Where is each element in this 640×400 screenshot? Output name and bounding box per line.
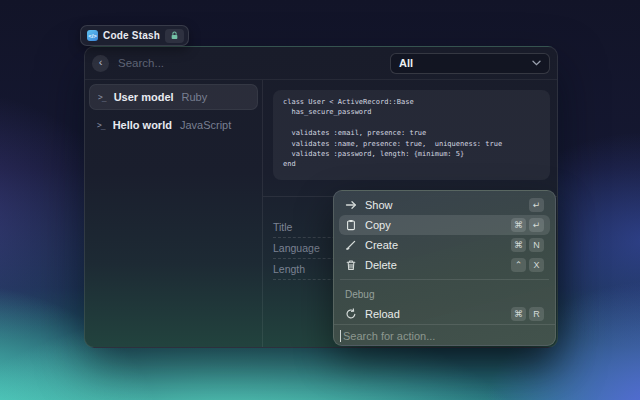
code-preview: class User < ActiveRecord::Base has_secu… — [273, 90, 550, 180]
action-search-input[interactable] — [343, 330, 549, 342]
metadata-label: Title — [273, 221, 292, 233]
menu-item-create[interactable]: Create ⌘ N — [339, 235, 550, 255]
filter-dropdown[interactable]: All — [390, 53, 550, 74]
action-search-row — [334, 324, 555, 346]
shortcut-keys: ⌘ ↵ — [511, 218, 544, 232]
action-menu: Show ↵ Copy ⌘ ↵ Create ⌘ N — [333, 190, 556, 346]
lock-icon — [170, 31, 179, 40]
key-cmd: ⌘ — [511, 307, 526, 321]
search-input[interactable] — [118, 57, 382, 69]
snippet-title: Hello world — [113, 119, 172, 131]
list-item-user-model[interactable]: >_ User model Ruby — [89, 84, 258, 110]
window-header: ‹ All — [85, 47, 557, 80]
shortcut-keys: ↵ — [529, 198, 544, 212]
metadata-label: Length — [273, 263, 305, 275]
menu-item-delete[interactable]: Delete ⌃ X — [339, 255, 550, 275]
key-r: R — [529, 307, 544, 321]
key-return: ↵ — [529, 218, 544, 232]
snippet-title: User model — [114, 91, 174, 103]
shortcut-keys: ⌘ N — [511, 238, 544, 252]
key-cmd: ⌘ — [511, 238, 526, 252]
window-tab[interactable]: </> Code Stash — [80, 25, 189, 46]
key-x: X — [529, 258, 544, 272]
menu-item-reload[interactable]: Reload ⌘ R — [339, 304, 550, 324]
back-button[interactable]: ‹ — [92, 55, 109, 72]
list-item-hello-world[interactable]: >_ Hello world JavaScript — [89, 112, 258, 138]
menu-item-label: Create — [365, 239, 398, 251]
filter-selected-value: All — [399, 57, 413, 69]
menu-item-label: Copy — [365, 219, 391, 231]
app-icon: </> — [87, 30, 98, 41]
code-line: end — [283, 159, 540, 169]
arrow-right-icon — [345, 199, 357, 211]
pencil-icon — [345, 239, 357, 251]
code-line: validates :name, presence: true, uniquen… — [283, 139, 540, 149]
chevron-left-icon: ‹ — [99, 57, 103, 68]
snippet-language: Ruby — [182, 91, 208, 103]
snippet-language: JavaScript — [180, 119, 231, 131]
menu-section-label: Debug — [339, 284, 550, 304]
metadata-label: Language — [273, 242, 320, 254]
menu-item-label: Reload — [365, 308, 400, 320]
trash-icon — [345, 259, 357, 271]
app-title: Code Stash — [103, 30, 160, 41]
snippet-list: >_ User model Ruby >_ Hello world JavaSc… — [85, 80, 263, 348]
code-line: class User < ActiveRecord::Base — [283, 97, 540, 107]
menu-item-label: Show — [365, 199, 393, 211]
code-line: validates :password, length: {minimum: 5… — [283, 149, 540, 159]
shortcut-keys: ⌘ R — [511, 307, 544, 321]
key-n: N — [529, 238, 544, 252]
terminal-prompt-icon: >_ — [98, 93, 106, 102]
menu-divider — [340, 279, 549, 280]
code-line: has_secure_password — [283, 107, 540, 117]
code-line: validates :email, presence: true — [283, 128, 540, 138]
chevron-down-icon — [532, 60, 541, 66]
key-cmd: ⌘ — [511, 218, 526, 232]
key-return: ↵ — [529, 198, 544, 212]
reload-icon — [345, 308, 357, 320]
code-line — [283, 118, 540, 128]
menu-item-show[interactable]: Show ↵ — [339, 195, 550, 215]
terminal-prompt-icon: >_ — [97, 121, 105, 130]
text-caret — [340, 330, 341, 342]
menu-item-label: Delete — [365, 259, 397, 271]
menu-item-copy[interactable]: Copy ⌘ ↵ — [339, 215, 550, 235]
key-ctrl: ⌃ — [511, 258, 526, 272]
lock-badge — [165, 29, 184, 43]
shortcut-keys: ⌃ X — [511, 258, 544, 272]
clipboard-icon — [345, 219, 357, 231]
